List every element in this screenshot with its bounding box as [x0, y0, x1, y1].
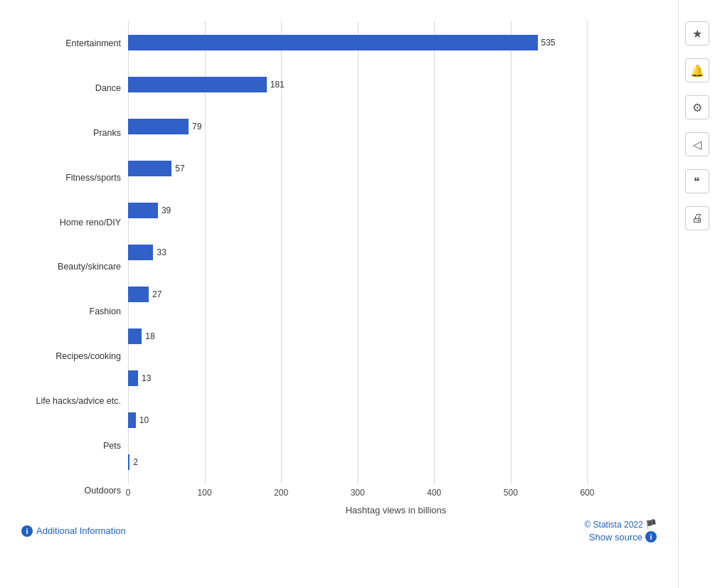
x-axis-labels: 0100200300400500600: [128, 488, 664, 502]
y-label: Home reno/DIY: [60, 218, 121, 228]
bar-row: 18: [128, 326, 664, 346]
bar-row: 10: [128, 410, 664, 430]
x-tick-label: 300: [351, 488, 365, 498]
bar: [128, 245, 153, 260]
x-axis-title: Hashtag views in billions: [128, 505, 664, 515]
y-label: Beauty/skincare: [58, 262, 121, 272]
bar-row: 27: [128, 284, 664, 304]
main-container: EntertainmentDancePranksFitness/sportsHo…: [0, 0, 715, 588]
bar: [128, 412, 136, 428]
bell-icon[interactable]: 🔔: [685, 58, 709, 82]
bar-value: 18: [145, 331, 154, 341]
x-tick-label: 600: [580, 488, 594, 498]
show-source-label: Show source: [589, 532, 642, 542]
info-icon: i: [21, 525, 33, 537]
y-labels: EntertainmentDancePranksFitness/sportsHo…: [14, 21, 128, 513]
x-axis-area: 0100200300400500600 Hashtag views in bil…: [128, 488, 664, 513]
sidebar: ★🔔⚙◁❝🖨: [678, 0, 715, 588]
bar: [128, 77, 267, 92]
y-label: Dance: [95, 83, 121, 94]
grid-and-bars: 53518179573933271813102: [128, 21, 664, 483]
additional-info[interactable]: i Additional Information: [21, 525, 126, 537]
gear-icon[interactable]: ⚙: [685, 95, 709, 119]
bars-area: 53518179573933271813102 0100200300400500…: [128, 21, 664, 513]
bar: [128, 328, 142, 344]
source-info-icon: i: [645, 531, 657, 542]
quote-icon[interactable]: ❝: [685, 169, 709, 193]
share-icon[interactable]: ◁: [685, 132, 709, 156]
bar: [128, 35, 538, 50]
print-icon[interactable]: 🖨: [685, 206, 709, 230]
x-tick-label: 500: [504, 488, 518, 498]
y-label: Fitness/sports: [65, 173, 121, 183]
bar-row: 13: [128, 368, 664, 388]
bars-rows: 53518179573933271813102: [128, 21, 664, 483]
bar-value: 10: [139, 415, 149, 425]
y-label: Pranks: [93, 128, 121, 139]
flag-icon: 🏴: [645, 519, 657, 530]
bar-value: 181: [270, 80, 285, 90]
bar-value: 39: [161, 205, 171, 215]
bar-value: 27: [152, 289, 161, 299]
bar-row: 39: [128, 201, 664, 220]
footer-right: © Statista 2022 🏴 Show source i: [584, 519, 657, 542]
bar-row: 2: [128, 452, 664, 472]
bar-value: 33: [157, 247, 166, 257]
bar: [128, 119, 189, 134]
statista-credit: © Statista 2022 🏴: [584, 519, 657, 530]
bar: [128, 287, 149, 302]
bar-row: 79: [128, 117, 664, 137]
bar-value: 57: [175, 164, 184, 173]
bar-value: 2: [133, 457, 138, 467]
bar: [128, 454, 129, 470]
bar-row: 57: [128, 159, 664, 178]
y-label: Recipes/cooking: [55, 351, 121, 362]
bar-value: 79: [192, 122, 201, 132]
bar-row: 181: [128, 75, 664, 95]
additional-info-label: Additional Information: [36, 525, 126, 536]
bar-row: 33: [128, 242, 664, 262]
y-label: Pets: [103, 441, 121, 451]
y-label: Outdoors: [85, 486, 121, 496]
show-source[interactable]: Show source i: [589, 531, 657, 542]
bar: [128, 161, 171, 176]
x-tick-label: 400: [427, 488, 441, 498]
y-label: Life hacks/advice etc.: [36, 396, 121, 407]
x-tick-label: 200: [274, 488, 288, 498]
bar-value: 535: [541, 38, 556, 48]
bar: [128, 203, 158, 218]
y-label: Entertainment: [65, 38, 121, 49]
x-tick-label: 0: [126, 488, 131, 498]
chart-area: EntertainmentDancePranksFitness/sportsHo…: [0, 0, 678, 588]
bar-value: 13: [142, 373, 151, 383]
x-tick-label: 100: [198, 488, 212, 498]
chart-inner: EntertainmentDancePranksFitness/sportsHo…: [14, 21, 664, 513]
footer: i Additional Information © Statista 2022…: [14, 513, 664, 545]
bar: [128, 370, 138, 386]
star-icon[interactable]: ★: [685, 21, 709, 46]
y-label: Fashion: [90, 306, 121, 317]
bar-row: 535: [128, 33, 664, 53]
